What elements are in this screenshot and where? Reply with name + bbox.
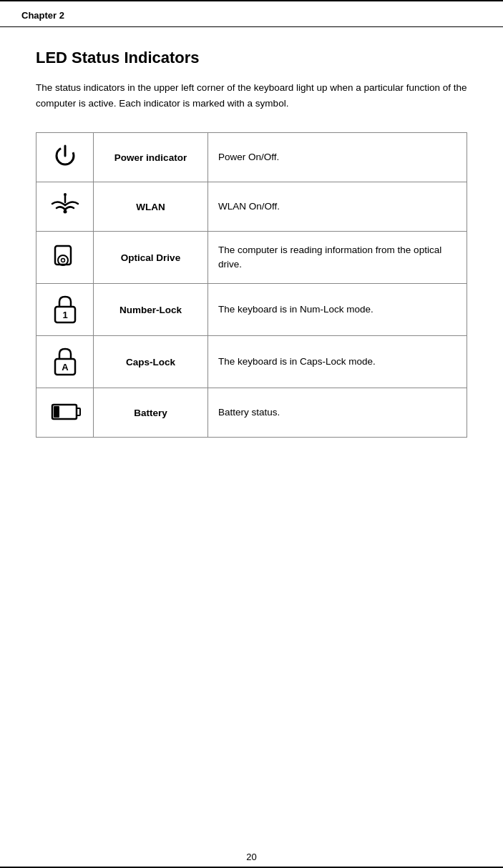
table-row: Optical Drive The computer is reading in… xyxy=(36,232,467,284)
desc-cell-battery: Battery status. xyxy=(208,388,467,438)
icon-cell-power xyxy=(36,133,94,182)
svg-rect-13 xyxy=(77,408,80,415)
desc-cell-optical: The computer is reading information from… xyxy=(208,232,467,284)
label-cell-optical: Optical Drive xyxy=(94,232,208,284)
svg-point-2 xyxy=(63,210,67,214)
icon-cell-numlock: 1 xyxy=(36,284,94,336)
section-title: LED Status Indicators xyxy=(36,49,467,67)
svg-point-7 xyxy=(61,259,64,262)
number-lock-icon: 1 xyxy=(49,315,81,327)
label-cell-power: Power indicator xyxy=(94,133,208,182)
table-row: A Caps-Lock The keyboard is in Caps-Lock… xyxy=(36,336,467,388)
table-row: WLAN WLAN On/Off. xyxy=(36,182,467,232)
desc-cell-power: Power On/Off. xyxy=(208,133,467,182)
caps-lock-icon: A xyxy=(49,368,81,380)
desc-cell-capslock: The keyboard is in Caps-Lock mode. xyxy=(208,336,467,388)
intro-text: The status indicators in the upper left … xyxy=(36,80,467,111)
indicator-table: Power indicator Power On/Off. xyxy=(36,132,467,438)
battery-icon xyxy=(48,417,82,429)
icon-cell-capslock: A xyxy=(36,336,94,388)
table-row: Power indicator Power On/Off. xyxy=(36,133,467,182)
table-row: Battery Battery status. xyxy=(36,388,467,438)
table-row: 1 Number-Lock The keyboard is in Num-Loc… xyxy=(36,284,467,336)
label-cell-battery: Battery xyxy=(94,388,208,438)
icon-cell-wlan xyxy=(36,182,94,232)
icon-cell-optical xyxy=(36,232,94,284)
optical-drive-icon xyxy=(48,263,82,275)
wlan-icon xyxy=(48,211,82,223)
icon-cell-battery xyxy=(36,388,94,438)
desc-cell-wlan: WLAN On/Off. xyxy=(208,182,467,232)
label-cell-wlan: WLAN xyxy=(94,182,208,232)
page-number: 20 xyxy=(0,852,503,862)
svg-text:A: A xyxy=(62,362,69,373)
svg-point-4 xyxy=(64,193,67,196)
svg-text:1: 1 xyxy=(62,310,67,320)
desc-cell-numlock: The keyboard is in Num-Lock mode. xyxy=(208,284,467,336)
label-cell-numlock: Number-Lock xyxy=(94,284,208,336)
label-cell-capslock: Caps-Lock xyxy=(94,336,208,388)
svg-rect-14 xyxy=(54,406,59,418)
power-icon xyxy=(49,162,81,174)
chapter-header: Chapter 2 xyxy=(0,0,503,27)
